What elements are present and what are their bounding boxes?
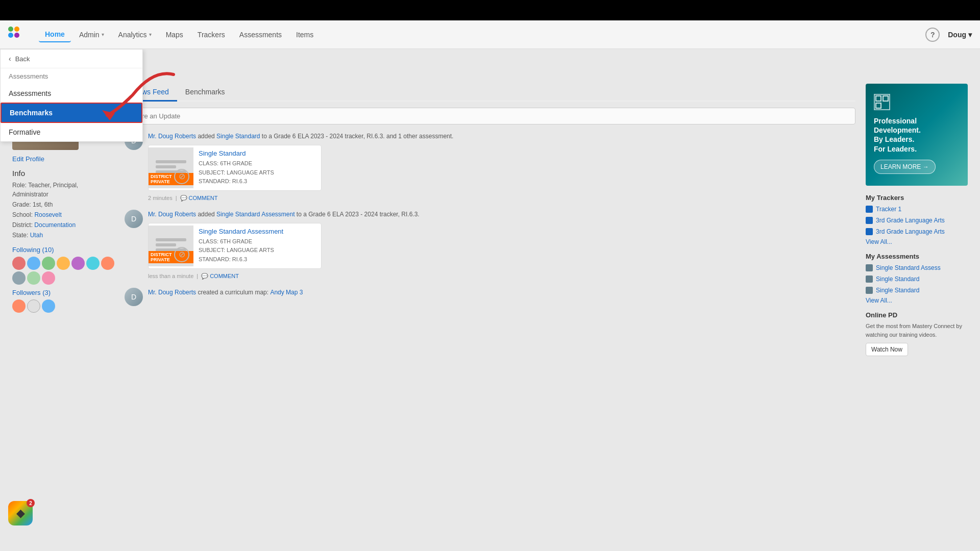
comment-link-2[interactable]: 💬 COMMENT <box>201 273 239 280</box>
ad-logo <box>874 94 890 110</box>
feed-item-link-1[interactable]: Single Standard <box>216 133 260 140</box>
meta-standard-2: STANDARD: RI.6.3 <box>199 255 283 264</box>
user-menu[interactable]: Doug ▾ <box>948 31 972 39</box>
info-school: School: Roosevelt <box>12 210 114 219</box>
dot2 <box>14 27 19 32</box>
nav-maps-label: Maps <box>166 31 183 39</box>
info-role: Role: Teacher, Principal, Administrator <box>12 181 114 199</box>
tracker-label-1: Tracker 1 <box>876 206 901 213</box>
bottom-badge[interactable]: 2 ◆ <box>8 501 33 525</box>
feed-text-3: Mr. Doug Roberts created a curriculum ma… <box>148 288 855 297</box>
assessment-title-1[interactable]: Single Standard <box>199 149 274 157</box>
tracker-item-2[interactable]: 3rd Grade Language Arts <box>866 216 968 225</box>
followers-label[interactable]: Followers (3) <box>12 289 114 296</box>
follower-avatar-1[interactable] <box>27 299 40 313</box>
following-avatar-7[interactable] <box>12 271 26 285</box>
following-avatar-4[interactable] <box>71 257 85 270</box>
tab-benchmarks-label: Benchmarks <box>185 88 225 96</box>
nav-analytics-chevron: ▾ <box>149 32 152 37</box>
feed-time-2: less than a minute <box>148 273 193 279</box>
nav-assessments-label: Assessments <box>239 31 282 39</box>
comment-link-1[interactable]: 💬 COMMENT <box>180 195 218 202</box>
following-avatar-1[interactable] <box>27 257 40 270</box>
nav-admin-chevron: ▾ <box>102 32 104 37</box>
online-pd-description: Get the most from Mastery Connect by wat… <box>866 322 968 339</box>
following-avatar-3[interactable] <box>57 257 70 270</box>
edit-profile-link[interactable]: Edit Profile <box>12 155 114 163</box>
my-assessments-section: My Assessments Single Standard Assess Si… <box>866 253 968 304</box>
comment-label-2: COMMENT <box>210 273 239 279</box>
tracker-label-3: 3rd Grade Language Arts <box>876 228 945 235</box>
share-input[interactable] <box>125 108 855 124</box>
dropdown-item-assessments[interactable]: Assessments <box>1 84 142 103</box>
feed-avatar-3: D <box>125 288 143 306</box>
assessments-view-all[interactable]: View All... <box>866 297 968 304</box>
assessment-title-2[interactable]: Single Standard Assessment <box>199 228 283 235</box>
following-avatar-9[interactable] <box>42 271 55 285</box>
following-avatar-6[interactable] <box>101 257 114 270</box>
tracker-item-3[interactable]: 3rd Grade Language Arts <box>866 227 968 236</box>
nav-assessments[interactable]: Assessments <box>233 28 288 42</box>
following-avatar-8[interactable] <box>27 271 40 285</box>
watch-now-button[interactable]: Watch Now <box>866 343 908 356</box>
my-trackers-section: My Trackers Tracker 1 3rd Grade Language… <box>866 194 968 245</box>
following-avatar-0[interactable] <box>12 257 26 270</box>
feed-time-1: 2 minutes <box>148 195 173 201</box>
assessment-item-1[interactable]: Single Standard Assess <box>866 263 968 272</box>
nav-admin-label: Admin <box>79 31 100 39</box>
nav-trackers[interactable]: Trackers <box>191 28 231 42</box>
follower-avatar-0[interactable] <box>12 299 26 313</box>
info-state: State: Utah <box>12 231 114 240</box>
nav-items[interactable]: Items <box>290 28 320 42</box>
user-label: Doug <box>948 31 966 39</box>
feed-user-2[interactable]: Mr. Doug Roberts <box>148 211 196 218</box>
dropdown-back-button[interactable]: ‹ Back <box>1 49 142 68</box>
logo[interactable] <box>8 27 27 43</box>
tab-benchmarks[interactable]: Benchmarks <box>177 84 233 102</box>
following-avatar-5[interactable] <box>86 257 100 270</box>
thumb-line <box>156 238 186 241</box>
school-link[interactable]: Roosevelt <box>34 211 61 218</box>
feed-user-1[interactable]: Mr. Doug Roberts <box>148 133 196 140</box>
nav-analytics[interactable]: Analytics ▾ <box>112 28 158 42</box>
assessment-label-3: Single Standard <box>876 287 919 294</box>
online-pd-section: Online PD Get the most from Mastery Conn… <box>866 311 968 356</box>
content-inner: 👤 Edit Profile Info Role: Teacher, Princ… <box>12 84 968 363</box>
state-link[interactable]: Utah <box>30 232 43 239</box>
feed-item-link-2[interactable]: Single Standard Assessment <box>216 211 295 218</box>
following-avatar-2[interactable] <box>42 257 55 270</box>
trackers-view-all[interactable]: View All... <box>866 238 968 245</box>
back-arrow-icon: ‹ <box>9 55 11 63</box>
tracker-item-1[interactable]: Tracker 1 <box>866 205 968 214</box>
svg-rect-1 <box>876 96 881 101</box>
following-section: Following (10) Followers (3) <box>12 246 114 313</box>
separator-1: | <box>176 195 177 201</box>
meta-subject-1: SUBJECT: Language Arts <box>199 168 274 178</box>
assessment-item-2[interactable]: Single Standard <box>866 274 968 284</box>
nav-home[interactable]: Home <box>39 27 71 42</box>
dropdown-benchmarks-label: Benchmarks <box>10 109 53 117</box>
dropdown-item-benchmarks[interactable]: Benchmarks <box>1 103 142 123</box>
assessment-item-3[interactable]: Single Standard <box>866 286 968 295</box>
assessment-info-1: Single Standard CLASS: 6th Grade SUBJECT… <box>193 145 279 190</box>
dropdown-item-formative[interactable]: Formative <box>1 123 142 141</box>
tracker-label-2: 3rd Grade Language Arts <box>876 217 945 224</box>
following-label[interactable]: Following (10) <box>12 246 114 254</box>
state-label: State: <box>12 232 28 239</box>
help-button[interactable]: ? <box>925 28 940 42</box>
nav-admin[interactable]: Admin ▾ <box>73 28 110 42</box>
separator-2: | <box>197 273 198 279</box>
nav-maps[interactable]: Maps <box>160 28 189 42</box>
following-avatars <box>12 257 114 285</box>
comment-icon-2: 💬 <box>201 273 208 280</box>
page-title: Home <box>12 59 968 76</box>
assessment-doc-icon-3 <box>866 287 873 294</box>
follower-avatar-2[interactable] <box>42 299 55 313</box>
assessment-doc-icon-1 <box>866 264 873 271</box>
feed-user-3[interactable]: Mr. Doug Roberts <box>148 289 196 296</box>
feed-item-link-3[interactable]: Andy Map 3 <box>270 289 303 296</box>
dot4 <box>14 33 19 38</box>
district-link[interactable]: Documentation <box>34 221 76 229</box>
ad-tagline: Professional Development.By Leaders.For … <box>874 116 960 154</box>
learn-more-button[interactable]: LEARN MORE → <box>874 160 936 174</box>
